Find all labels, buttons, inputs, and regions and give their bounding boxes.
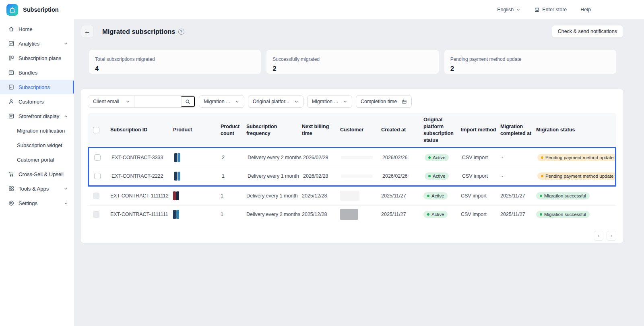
cell-created-at: 2025/11/27 [381, 193, 423, 199]
sidebar-item-bundles[interactable]: Bundles [0, 65, 74, 80]
help-label: Help [580, 7, 591, 12]
customer-redacted-block [340, 191, 359, 201]
row-checkbox[interactable] [94, 154, 101, 161]
tools-icon [8, 185, 14, 192]
table-row[interactable]: EXT-CONTRACT-22221Delivery every 1 month… [89, 167, 615, 185]
migration-filter-dropdown-2[interactable]: Migration ... [307, 96, 352, 108]
pagination: ‹ › [88, 231, 616, 241]
table-row[interactable]: EXT-CONTRACT-33332Delivery every 2 month… [89, 148, 615, 167]
select-all-checkbox[interactable] [93, 127, 99, 133]
enter-store-link[interactable]: Enter store [534, 7, 567, 12]
search-icon [185, 99, 191, 105]
select-all-cell [88, 124, 110, 137]
chevron-down-icon [516, 8, 520, 12]
cell-subscription-id: EXT-CONTRACT-1111111 [110, 212, 173, 217]
sidebar-item-customers[interactable]: Customers [0, 94, 74, 109]
search-button[interactable] [181, 96, 195, 107]
dropdown-label: Migration ... [312, 99, 338, 104]
cell-subscription-id: EXT-CONTRACT-2222 [111, 173, 174, 179]
status-badge: Active [425, 172, 449, 180]
status-badge-label: Pending payment method update [545, 155, 613, 160]
status-dot-icon [428, 175, 431, 177]
stat-card: Successfully migrated2 [266, 50, 439, 74]
sidebar: HomeAnalyticsSubscription plansBundlesSu… [0, 19, 74, 326]
original-platform-filter-dropdown[interactable]: Original platfor... [248, 96, 303, 108]
cell-customer [341, 174, 382, 178]
check-send-notifications-button[interactable]: Check & send notifications [552, 25, 623, 38]
app-title: Subscription [23, 6, 59, 13]
stats-row: Total subscriptions migrated4Successfull… [89, 50, 617, 74]
dropdown-label: Original platfor... [253, 99, 289, 104]
cell-next-billing-time: 2026/02/28 [303, 173, 341, 179]
status-badge: Migration successful [536, 192, 590, 199]
stat-label: Pending payment method update [450, 56, 522, 63]
analytics-icon [8, 40, 14, 47]
help-link[interactable]: Help [580, 7, 591, 12]
stat-card: Total subscriptions migrated4 [89, 50, 261, 74]
sidebar-item-customer-portal[interactable]: Customer portal [0, 152, 74, 167]
cell-platform-status: Active [425, 154, 462, 161]
sidebar-item-tools-apps[interactable]: Tools & Apps [0, 181, 74, 196]
sidebar-item-migration-notification[interactable]: Migration notification [0, 123, 74, 138]
cell-product [174, 172, 222, 181]
chevron-down-icon [294, 100, 299, 104]
sidebar-item-storefront-display[interactable]: Storefront display [0, 109, 74, 123]
sidebar-item-settings[interactable]: Settings [0, 196, 74, 210]
sidebar-item-subscription-widget[interactable]: Subscription widget [0, 138, 74, 152]
cell-subscription-frequency: Delivery every 2 months [248, 155, 303, 160]
stat-label: Successfully migrated [272, 56, 320, 63]
app-logo-icon [6, 4, 18, 16]
column-header: Next billing time [302, 120, 340, 140]
sidebar-item-analytics[interactable]: Analytics [0, 36, 74, 51]
stat-card: Pending payment method update2 [444, 50, 617, 74]
chevron-up-icon [64, 114, 68, 118]
cell-import-method: CSV import [461, 212, 500, 217]
sidebar-item-subscription-plans[interactable]: Subscription plans [0, 51, 74, 65]
chevron-down-icon [235, 100, 239, 104]
language-selector[interactable]: English [497, 7, 520, 12]
cell-platform-status: Active [423, 192, 461, 199]
cell-subscription-id: EXT-CONTRACT-3333 [111, 155, 174, 160]
sidebar-item-label: Migration notification [17, 128, 68, 134]
cell-customer [340, 209, 381, 220]
column-header: Product [173, 123, 221, 137]
page-help-icon[interactable]: ? [178, 29, 184, 35]
table-body: EXT-CONTRACT-33332Delivery every 2 month… [88, 147, 616, 224]
status-dot-icon [540, 195, 542, 197]
column-header: Migration completed at [500, 120, 536, 140]
cell-next-billing-time: 2026/02/28 [303, 155, 341, 160]
migration-filter-dropdown-1[interactable]: Migration ... [199, 96, 244, 108]
sidebar-item-label: Storefront display [19, 113, 60, 119]
cell-platform-status: Active [423, 211, 461, 218]
stat-value: 2 [272, 65, 432, 73]
cell-migration-status: Pending payment method update [537, 154, 615, 161]
row-checkbox [93, 193, 99, 199]
status-dot-icon [427, 213, 429, 216]
back-button[interactable]: ← [81, 25, 94, 38]
cell-product [174, 153, 222, 162]
next-page-button[interactable]: › [607, 231, 616, 241]
language-label: English [497, 7, 514, 12]
status-badge-label: Active [433, 174, 445, 179]
cell-migration-status: Migration successful [536, 192, 616, 199]
sidebar-item-home[interactable]: Home [0, 22, 74, 36]
status-badge: Active [423, 211, 448, 218]
cell-migration-completed-at: - [502, 155, 537, 160]
table-row[interactable]: EXT-CONTRACT-11111111Delivery every 2 mo… [88, 205, 616, 224]
prev-page-button[interactable]: ‹ [594, 231, 603, 241]
sidebar-item-subscriptions[interactable]: Subscriptions [0, 80, 74, 94]
cell-product-count: 1 [221, 212, 246, 217]
customer-redacted-block [341, 174, 373, 178]
cell-customer [340, 191, 381, 201]
filter-bar: Client email Migration ... Original plat… [88, 96, 616, 108]
row-checkbox[interactable] [94, 173, 101, 179]
table-row[interactable]: EXT-CONTRACT-11111121Delivery every 1 mo… [88, 187, 616, 205]
cell-product [173, 191, 221, 200]
search-input[interactable] [134, 96, 181, 107]
stat-label: Total subscriptions migrated [95, 56, 155, 63]
completion-time-filter[interactable]: Completion time [356, 96, 412, 108]
sidebar-item-cross-sell-upsell[interactable]: Cross-Sell & Upsell [0, 167, 74, 181]
column-header: Original platform subscription status [423, 113, 461, 147]
chevron-down-icon [64, 201, 68, 206]
search-field-selector[interactable]: Client email [88, 96, 134, 107]
